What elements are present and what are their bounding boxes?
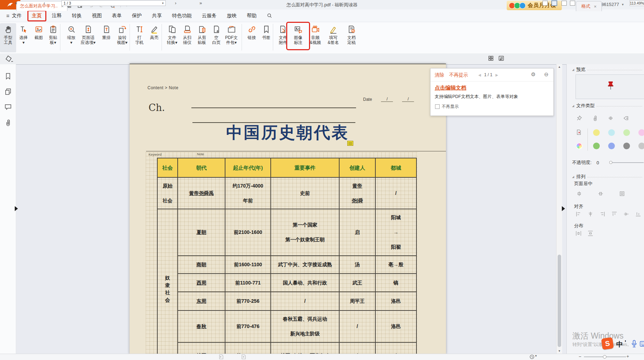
expand-left-panel-arrow-icon[interactable] [15, 206, 18, 211]
sogou-ime-icon[interactable]: S [601, 337, 614, 350]
color-swatch-dark-gray[interactable] [623, 143, 630, 149]
color-swatch-yellow[interactable] [593, 129, 600, 136]
scrollbar-thumb[interactable] [558, 255, 561, 347]
ribbon-rotate-view[interactable]: 旋转视图▾ [113, 23, 131, 52]
scroll-up-icon[interactable]: ▲ [557, 65, 562, 68]
ribbon-clipboard[interactable]: 剪贴板▾ [44, 23, 62, 52]
align-bottom-icon[interactable] [635, 211, 641, 217]
color-swatch-green[interactable] [593, 143, 600, 149]
comments-panel-icon[interactable] [5, 104, 12, 111]
ribbon-zoom[interactable]: 缩放▾ [62, 23, 80, 52]
ribbon-fill-sign[interactable]: 填写&签名 [324, 23, 342, 52]
ime-language-indicator[interactable]: 中 [616, 340, 623, 349]
ribbon-highlight[interactable]: 高亮 [145, 23, 163, 52]
bookmarks-panel-icon[interactable] [5, 73, 12, 80]
eraser-icon[interactable] [6, 55, 13, 62]
align-left-icon[interactable] [576, 211, 581, 217]
last-page-button[interactable]: » [199, 0, 202, 6]
switch-view-icon[interactable] [498, 55, 504, 61]
align-top-icon[interactable] [611, 211, 617, 217]
menu-tab-view[interactable]: 视图 [92, 13, 102, 19]
menu-tab-cloud[interactable]: 云服务 [202, 13, 217, 19]
color-swatch-green-light[interactable] [623, 129, 630, 136]
pushpin-style-icon[interactable] [576, 115, 582, 121]
clock-chevron-icon[interactable]: ▾ [535, 354, 537, 358]
format-tab-close-icon[interactable]: × [594, 4, 597, 9]
sound-attachment-style-icon[interactable] [608, 115, 614, 121]
cell-founder-link[interactable]: 黄帝 尧|舜 [339, 177, 375, 209]
color-swatch-pink[interactable] [638, 129, 644, 136]
previous-page-button[interactable]: ‹ [44, 0, 45, 6]
menu-tab-features[interactable]: 特色功能 [172, 13, 192, 19]
search-icon[interactable] [267, 13, 272, 18]
menu-tab-present[interactable]: 放映 [227, 13, 237, 19]
ime-keyboard-icon[interactable] [640, 341, 644, 347]
cell-dynasty-link[interactable]: 黄帝尧舜禹 [178, 177, 225, 209]
align-right-icon[interactable] [599, 211, 605, 217]
ime-microphone-icon[interactable] [631, 340, 637, 348]
center-both-icon[interactable] [619, 191, 625, 197]
cell-dynasty-link[interactable]: 西周 [178, 274, 225, 292]
menu-tab-convert[interactable]: 转换 [72, 13, 82, 19]
zoom-out-button[interactable]: − [579, 354, 581, 359]
align-middle-icon[interactable] [623, 211, 629, 217]
ribbon-audio-video[interactable]: 音频&视频 [306, 23, 324, 52]
single-page-view-icon[interactable] [543, 1, 548, 6]
auto-scroll-clock-icon[interactable] [530, 354, 534, 359]
cell-dynasty-link[interactable]: 春秋 [178, 310, 225, 342]
ribbon-pdf-portfolio[interactable]: PDF文件包▾ [222, 23, 241, 52]
notice-next-icon[interactable]: ▶ [495, 73, 498, 77]
notice-prev-icon[interactable]: ◀ [478, 73, 481, 77]
center-horizontal-icon[interactable] [598, 191, 604, 197]
dont-show-checkbox[interactable] [435, 104, 440, 109]
ribbon-hand-tool[interactable]: 手型工具 [0, 23, 16, 52]
next-page-button[interactable]: › [175, 0, 176, 6]
zoom-percentage-box[interactable]: 113.49% [630, 0, 644, 6]
file-pin-type-icon[interactable] [576, 129, 582, 135]
first-page-button[interactable]: « [15, 0, 17, 6]
ribbon-fit-page[interactable]: 页面适应选项▾ [78, 23, 98, 52]
pages-panel-icon[interactable] [5, 88, 12, 95]
scroll-down-icon[interactable]: ▼ [557, 349, 562, 353]
distribute-vertical-icon[interactable] [587, 230, 593, 236]
color-wheel-icon[interactable] [576, 143, 583, 149]
collapse-triangle-icon[interactable]: ◢ [572, 68, 574, 71]
collapse-triangle-icon[interactable]: ◢ [572, 175, 574, 178]
opacity-slider[interactable] [610, 162, 644, 163]
cell-dynasty-link[interactable]: 战国 [178, 342, 225, 354]
thumbnail-grid-icon[interactable] [488, 55, 494, 61]
facing-view-icon[interactable] [561, 1, 567, 6]
cell-dynasty-link[interactable]: 夏朝 [178, 209, 225, 256]
menu-tab-home[interactable]: 主页 [32, 13, 42, 19]
color-swatch-blue[interactable] [608, 143, 615, 149]
menu-tab-share[interactable]: 共享 [152, 13, 162, 19]
notice-collapse-icon[interactable]: ⊖ [544, 71, 548, 78]
document-tab[interactable]: 怎么面对高中学习... × [16, 1, 67, 11]
notice-dont-remind-button[interactable]: 不再提示 [449, 72, 468, 78]
next-view-icon[interactable] [241, 354, 246, 359]
align-center-icon[interactable] [587, 211, 593, 217]
collapse-triangle-icon[interactable]: ◢ [572, 104, 574, 107]
ribbon-image-annotation[interactable]: 图像标注 [289, 23, 307, 52]
zoom-slider-knob[interactable] [603, 355, 606, 359]
notice-settings-gear-icon[interactable]: ⚙ [531, 71, 535, 78]
tag-style-icon[interactable] [623, 115, 629, 121]
cell-dynasty-link[interactable]: 商朝 [178, 256, 225, 274]
previous-view-icon[interactable] [219, 354, 223, 359]
menu-tab-help[interactable]: 帮助 [247, 13, 257, 19]
menu-tab-protect[interactable]: 保护 [132, 13, 142, 19]
page-number-box[interactable]: 1 / 3 ▾ [61, 0, 166, 6]
continuous-view-icon[interactable] [552, 1, 557, 6]
vertical-scrollbar[interactable]: ▲ ▼ [556, 64, 562, 354]
cell-dynasty-link[interactable]: 东周 [178, 292, 225, 310]
zoom-in-button[interactable]: + [626, 354, 629, 359]
distribute-horizontal-icon[interactable] [576, 230, 581, 236]
notice-clear-button[interactable]: 清除 [435, 72, 444, 78]
menu-file[interactable]: ≡ 文件 [6, 13, 22, 19]
center-vertical-icon[interactable] [576, 191, 582, 197]
menu-tab-comment[interactable]: 注释 [52, 13, 62, 19]
menu-tab-form[interactable]: 表单 [112, 13, 122, 19]
color-swatch-light-gray[interactable] [638, 143, 644, 149]
collapse-right-panel-arrow-icon[interactable] [562, 206, 565, 211]
sticky-note-annotation-icon[interactable] [347, 141, 353, 146]
